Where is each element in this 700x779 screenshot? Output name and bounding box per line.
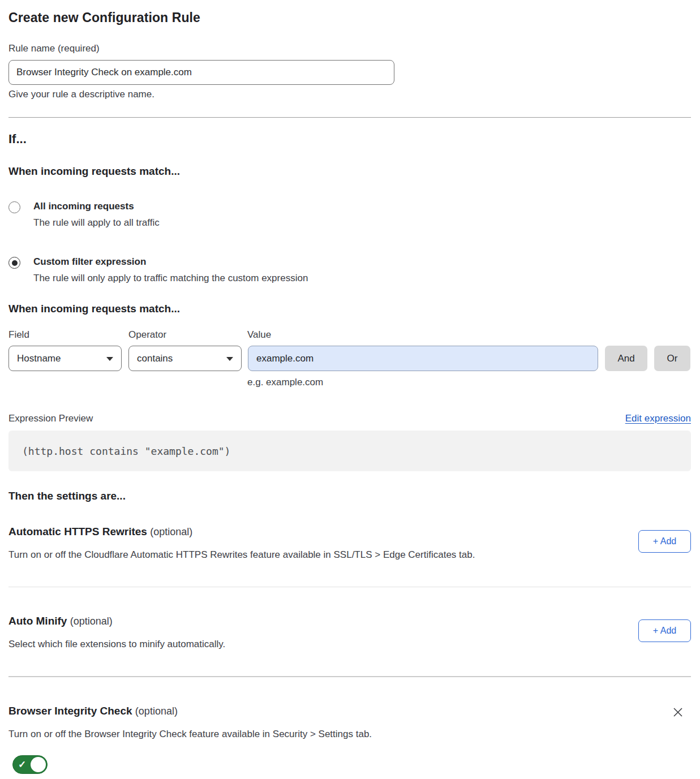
- rule-name-label: Rule name (required): [8, 43, 691, 54]
- page-title: Create new Configuration Rule: [8, 10, 691, 25]
- setting-title: Automatic HTTPS Rewrites (optional): [8, 526, 475, 538]
- setting-title-text: Browser Integrity Check: [8, 705, 132, 717]
- setting-title-text: Auto Minify: [8, 615, 67, 627]
- setting-title: Browser Integrity Check (optional): [8, 705, 372, 717]
- setting-automatic-https-rewrites: Automatic HTTPS Rewrites (optional) Turn…: [8, 526, 691, 561]
- value-label: Value: [247, 329, 271, 341]
- setting-auto-minify: Auto Minify (optional) Select which file…: [8, 615, 691, 650]
- operator-label: Operator: [128, 329, 247, 341]
- setting-optional-text: (optional): [150, 526, 192, 537]
- operator-select[interactable]: contains: [128, 346, 242, 371]
- setting-divider: [8, 676, 691, 677]
- section-divider: [8, 117, 691, 118]
- toggle-knob: [31, 757, 46, 772]
- field-select[interactable]: Hostname: [8, 346, 122, 371]
- expression-code-text: (http.host contains "example.com"): [22, 445, 230, 457]
- radio-option-all-requests: All incoming requests The rule will appl…: [8, 201, 691, 229]
- operator-selected-value: contains: [137, 353, 173, 364]
- setting-description: Turn on or off the Browser Integrity Che…: [8, 729, 372, 740]
- radio-label[interactable]: All incoming requests: [33, 201, 160, 212]
- close-icon: [672, 706, 684, 718]
- radio-description: The rule will apply to all traffic: [33, 217, 160, 229]
- radio-label[interactable]: Custom filter expression: [33, 256, 308, 268]
- add-automatic-https-rewrites-button[interactable]: + Add: [638, 530, 691, 553]
- if-heading: If...: [8, 132, 691, 147]
- or-button[interactable]: Or: [654, 346, 690, 371]
- radio-all-incoming-requests[interactable]: [8, 201, 20, 213]
- then-settings-heading: Then the settings are...: [8, 490, 691, 502]
- match-heading: When incoming requests match...: [8, 165, 691, 178]
- remove-browser-integrity-check-button[interactable]: [672, 706, 684, 718]
- expression-builder-labels: Field Operator Value: [8, 329, 691, 341]
- checkmark-icon: ✓: [18, 759, 26, 771]
- chevron-down-icon: [226, 357, 233, 361]
- setting-description: Turn on or off the Cloudflare Automatic …: [8, 549, 475, 561]
- setting-description: Select which file extensions to minify a…: [8, 639, 225, 650]
- rule-name-help: Give your rule a descriptive name.: [8, 89, 691, 100]
- expression-builder-row: Hostname contains And Or: [8, 346, 691, 371]
- radio-custom-filter-expression[interactable]: [8, 257, 20, 269]
- setting-optional-text: (optional): [70, 616, 113, 627]
- and-button[interactable]: And: [605, 346, 647, 371]
- expression-preview-code: (http.host contains "example.com"): [8, 431, 691, 471]
- edit-expression-link[interactable]: Edit expression: [625, 413, 691, 424]
- add-auto-minify-button[interactable]: + Add: [638, 619, 691, 642]
- setting-optional-text: (optional): [135, 705, 178, 717]
- browser-integrity-check-toggle[interactable]: ✓: [12, 755, 48, 774]
- setting-title: Auto Minify (optional): [8, 615, 225, 627]
- configuration-rule-form: Create new Configuration Rule Rule name …: [0, 10, 700, 776]
- value-hint: e.g. example.com: [247, 377, 691, 388]
- setting-title-text: Automatic HTTPS Rewrites: [8, 526, 147, 537]
- expression-preview-label: Expression Preview: [8, 413, 93, 424]
- expression-preview-header: Expression Preview Edit expression: [8, 413, 691, 424]
- value-input[interactable]: [248, 346, 598, 371]
- expression-builder-heading: When incoming requests match...: [8, 303, 691, 315]
- radio-description: The rule will only apply to traffic matc…: [33, 273, 308, 284]
- setting-browser-integrity-check: Browser Integrity Check (optional) Turn …: [8, 705, 691, 740]
- setting-divider: [8, 587, 691, 587]
- field-selected-value: Hostname: [17, 353, 61, 364]
- rule-name-input[interactable]: [8, 60, 394, 85]
- radio-option-custom-filter: Custom filter expression The rule will o…: [8, 256, 691, 284]
- chevron-down-icon: [106, 357, 113, 361]
- field-label: Field: [8, 329, 128, 341]
